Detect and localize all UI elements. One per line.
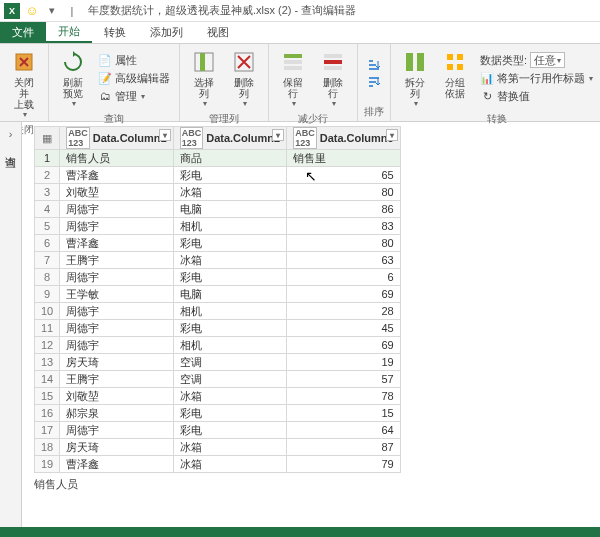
sidebar-expand-icon[interactable]: › — [9, 128, 13, 140]
cell[interactable]: 房天琦 — [60, 354, 173, 371]
filter-icon[interactable]: ▾ — [386, 129, 398, 141]
remove-rows-button[interactable]: 删除行▾ — [315, 46, 351, 110]
adv-editor-button[interactable]: 📝高级编辑器 — [95, 70, 173, 87]
row-number[interactable]: 4 — [35, 201, 60, 218]
split-cols-button[interactable]: 拆分列▾ — [397, 46, 433, 110]
cell[interactable]: 15 — [287, 405, 400, 422]
row-number[interactable]: 19 — [35, 456, 60, 473]
table-row[interactable]: 4 周德宇 电脑 86 — [35, 201, 401, 218]
cell[interactable]: 电脑 — [173, 286, 286, 303]
cell[interactable]: 57 — [287, 371, 400, 388]
table-row[interactable]: 18 房天琦 冰箱 87 — [35, 439, 401, 456]
cell[interactable]: 64 — [287, 422, 400, 439]
row-number[interactable]: 8 — [35, 269, 60, 286]
cell[interactable]: 28 — [287, 303, 400, 320]
cell[interactable]: 彩电 — [173, 405, 286, 422]
group-by-button[interactable]: 分组依据 — [437, 46, 473, 110]
table-row[interactable]: 2 曹泽鑫 彩电 65 — [35, 167, 401, 184]
cell[interactable]: 王腾宇 — [60, 371, 173, 388]
tab-home[interactable]: 开始 — [46, 22, 92, 43]
corner-cell[interactable]: ▦ — [35, 127, 60, 150]
cell[interactable]: 彩电 — [173, 235, 286, 252]
table-row[interactable]: 8 周德宇 彩电 6 — [35, 269, 401, 286]
table-row[interactable]: 16 郝宗泉 彩电 15 — [35, 405, 401, 422]
row-number[interactable]: 17 — [35, 422, 60, 439]
first-row-header-button[interactable]: 📊将第一行用作标题▾ — [477, 70, 596, 87]
row-number[interactable]: 6 — [35, 235, 60, 252]
cell[interactable]: 相机 — [173, 337, 286, 354]
cell[interactable]: 刘敬堃 — [60, 388, 173, 405]
cell[interactable]: 彩电 — [173, 320, 286, 337]
table-row[interactable]: 12 周德宇 相机 69 — [35, 337, 401, 354]
cell[interactable]: 相机 — [173, 218, 286, 235]
cell[interactable]: 冰箱 — [173, 456, 286, 473]
col-header-3[interactable]: ABC123Data.Column3 ▾ — [287, 127, 400, 150]
row-number[interactable]: 1 — [35, 150, 60, 167]
smiley-icon[interactable]: ☺ — [24, 3, 40, 19]
cell[interactable]: 空调 — [173, 354, 286, 371]
keep-rows-button[interactable]: 保留行▾ — [275, 46, 311, 110]
cell[interactable]: 冰箱 — [173, 252, 286, 269]
refresh-preview-button[interactable]: 刷新预览▾ — [55, 46, 91, 110]
table-row[interactable]: 10 周德宇 相机 28 — [35, 303, 401, 320]
properties-button[interactable]: 📄属性 — [95, 52, 173, 69]
cell[interactable]: 房天琦 — [60, 439, 173, 456]
cell[interactable]: 冰箱 — [173, 388, 286, 405]
cell[interactable]: 69 — [287, 337, 400, 354]
cell[interactable]: 曹泽鑫 — [60, 456, 173, 473]
cell[interactable]: 彩电 — [173, 422, 286, 439]
replace-values-button[interactable]: ↻替换值 — [477, 88, 596, 105]
cell[interactable]: 19 — [287, 354, 400, 371]
cell[interactable]: 彩电 — [173, 167, 286, 184]
row-number[interactable]: 9 — [35, 286, 60, 303]
row-number[interactable]: 18 — [35, 439, 60, 456]
cell[interactable]: 63 — [287, 252, 400, 269]
cell[interactable]: 周德宇 — [60, 201, 173, 218]
cell[interactable]: 79 — [287, 456, 400, 473]
cell[interactable]: 6 — [287, 269, 400, 286]
table-row[interactable]: 7 王腾宇 冰箱 63 — [35, 252, 401, 269]
row-number[interactable]: 16 — [35, 405, 60, 422]
table-row[interactable]: 9 王学敏 电脑 69 — [35, 286, 401, 303]
sort-asc-button[interactable] — [364, 58, 384, 74]
row-number[interactable]: 2 — [35, 167, 60, 184]
data-type-combo[interactable]: 任意 ▾ — [530, 52, 565, 68]
table-row[interactable]: 3 刘敬堃 冰箱 80 — [35, 184, 401, 201]
cell[interactable]: 冰箱 — [173, 439, 286, 456]
cell[interactable]: 商品 — [173, 150, 286, 167]
col-header-2[interactable]: ABC123Data.Column2 ▾ — [173, 127, 286, 150]
row-number[interactable]: 13 — [35, 354, 60, 371]
cell[interactable]: 王腾宇 — [60, 252, 173, 269]
cell[interactable]: 刘敬堃 — [60, 184, 173, 201]
row-number[interactable]: 10 — [35, 303, 60, 320]
cell[interactable]: 彩电 — [173, 269, 286, 286]
cell[interactable]: 周德宇 — [60, 422, 173, 439]
row-number[interactable]: 11 — [35, 320, 60, 337]
table-row[interactable]: 14 王腾宇 空调 57 — [35, 371, 401, 388]
cell[interactable]: 86 — [287, 201, 400, 218]
table-row[interactable]: 1 销售人员 商品 销售里 — [35, 150, 401, 167]
cell[interactable]: 相机 — [173, 303, 286, 320]
filter-icon[interactable]: ▾ — [272, 129, 284, 141]
remove-cols-button[interactable]: 删除列▾ — [226, 46, 262, 110]
cell[interactable]: 69 — [287, 286, 400, 303]
table-row[interactable]: 6 曹泽鑫 彩电 80 — [35, 235, 401, 252]
col-header-1[interactable]: ABC123Data.Column1 ▾ — [60, 127, 173, 150]
table-row[interactable]: 13 房天琦 空调 19 — [35, 354, 401, 371]
row-number[interactable]: 15 — [35, 388, 60, 405]
cell[interactable]: 郝宗泉 — [60, 405, 173, 422]
cell[interactable]: 曹泽鑫 — [60, 167, 173, 184]
cell[interactable]: 销售里 — [287, 150, 400, 167]
row-number[interactable]: 7 — [35, 252, 60, 269]
cell[interactable]: 王学敏 — [60, 286, 173, 303]
qat-dropdown-icon[interactable]: ▾ — [44, 3, 60, 19]
table-row[interactable]: 5 周德宇 相机 83 — [35, 218, 401, 235]
row-number[interactable]: 5 — [35, 218, 60, 235]
sort-desc-button[interactable] — [364, 75, 384, 91]
select-cols-button[interactable]: 选择列▾ — [186, 46, 222, 110]
cell[interactable]: 78 — [287, 388, 400, 405]
tab-transform[interactable]: 转换 — [92, 22, 138, 43]
cell[interactable]: 80 — [287, 184, 400, 201]
cell[interactable]: 周德宇 — [60, 303, 173, 320]
row-number[interactable]: 12 — [35, 337, 60, 354]
